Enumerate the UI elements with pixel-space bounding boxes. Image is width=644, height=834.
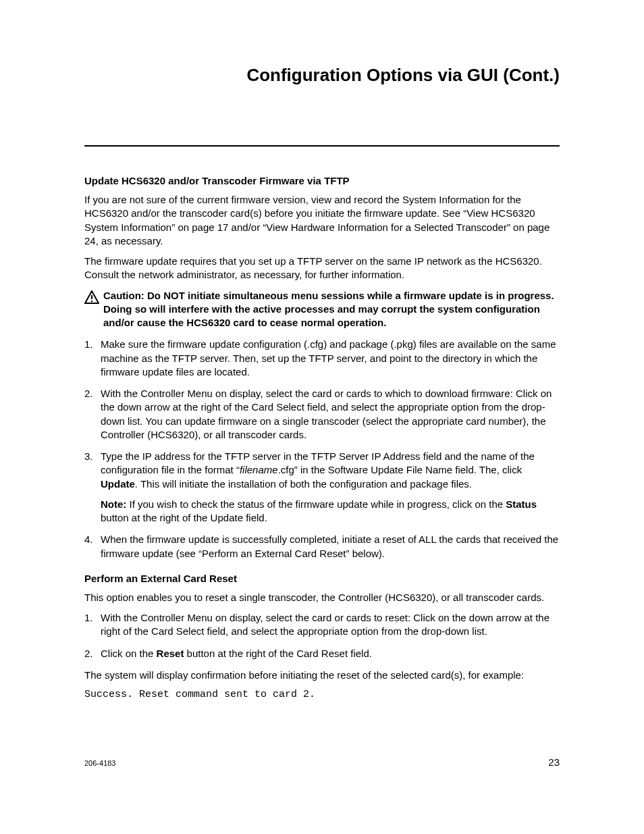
- list-number: 1.: [84, 611, 93, 625]
- paragraph: The system will display confirmation bef…: [84, 669, 560, 682]
- list-text: Make sure the firmware update configurat…: [101, 338, 556, 377]
- section-heading-update-firmware: Update HCS6320 and/or Transcoder Firmwar…: [84, 175, 560, 186]
- code-output: Success. Reset command sent to card 2.: [84, 689, 560, 700]
- list-text: With the Controller Menu on display, sel…: [101, 612, 549, 637]
- ordered-list-reset: 1. With the Controller Menu on display, …: [84, 611, 560, 660]
- footer-doc-number: 206-4183: [84, 759, 116, 767]
- ordered-list-firmware: 1. Make sure the firmware update configu…: [84, 338, 560, 561]
- list-text: Click on the Reset button at the right o…: [101, 648, 372, 659]
- list-text: When the firmware update is successfully…: [101, 533, 558, 558]
- list-item: 1. Make sure the firmware update configu…: [84, 338, 560, 379]
- document-page: Configuration Options via GUI (Cont.) Up…: [0, 0, 644, 834]
- list-item: 2. Click on the Reset button at the righ…: [84, 647, 560, 660]
- page-title: Configuration Options via GUI (Cont.): [84, 65, 560, 86]
- title-divider: [84, 145, 560, 147]
- section-heading-card-reset: Perform an External Card Reset: [84, 573, 560, 584]
- warning-icon: [84, 290, 101, 307]
- paragraph: If you are not sure of the current firmw…: [84, 193, 560, 248]
- note: Note: If you wish to check the status of…: [101, 498, 560, 525]
- list-item: 3. Type the IP address for the TFTP serv…: [84, 450, 560, 525]
- list-item: 1. With the Controller Menu on display, …: [84, 611, 560, 639]
- list-text: With the Controller Menu on display, sel…: [101, 388, 552, 440]
- list-item: 2. With the Controller Menu on display, …: [84, 387, 560, 442]
- list-number: 3.: [84, 450, 93, 463]
- list-number: 4.: [84, 533, 93, 546]
- paragraph: This option enables you to reset a singl…: [84, 591, 560, 604]
- list-item: 4. When the firmware update is successfu…: [84, 533, 560, 561]
- paragraph: The firmware update requires that you se…: [84, 255, 560, 282]
- footer-page-number: 23: [548, 756, 560, 768]
- list-number: 2.: [84, 387, 93, 400]
- list-number: 2.: [84, 647, 93, 660]
- page-footer: 206-4183 23: [84, 756, 560, 768]
- caution-block: Caution: Do NOT initiate simultaneous me…: [84, 289, 560, 330]
- list-text: Type the IP address for the TFTP server …: [101, 450, 535, 490]
- svg-point-2: [91, 300, 92, 301]
- caution-text: Caution: Do NOT initiate simultaneous me…: [103, 289, 560, 330]
- list-number: 1.: [84, 338, 93, 351]
